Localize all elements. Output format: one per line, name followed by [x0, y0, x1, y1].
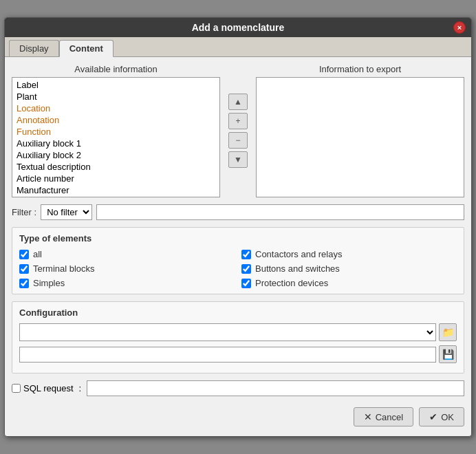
list-item[interactable]: Auxiliary block 1	[14, 138, 218, 149]
terminal-blocks-checkbox[interactable]	[19, 264, 29, 274]
cancel-label: Cancel	[376, 412, 403, 422]
list-item[interactable]: Article number	[14, 173, 218, 184]
all-label: all	[33, 249, 42, 259]
save-icon: 💾	[442, 349, 454, 360]
config-row-1: 📁	[19, 323, 457, 341]
folder-icon: 📁	[442, 327, 454, 338]
ok-icon: ✔	[429, 411, 437, 422]
filter-select[interactable]: No filter Filter 1 Filter 2	[41, 204, 92, 220]
list-item[interactable]: Auxiliary block 2	[14, 149, 218, 161]
buttons-checkbox[interactable]	[241, 264, 251, 274]
protection-checkbox[interactable]	[241, 279, 251, 288]
up-arrow-icon: ▲	[234, 97, 242, 107]
available-info-list[interactable]: Label Plant Location Annotation Function…	[12, 77, 220, 197]
cancel-button[interactable]: ✕ Cancel	[354, 407, 413, 426]
down-arrow-icon: ▼	[234, 155, 242, 164]
move-up-button[interactable]: ▲	[228, 94, 248, 110]
config-dropdown[interactable]	[19, 323, 436, 341]
save-button[interactable]: 💾	[439, 345, 457, 363]
configuration-section: Configuration 📁 💾	[12, 301, 464, 374]
title-bar: Add a nomenclature ×	[5, 18, 471, 37]
cancel-icon: ✕	[364, 411, 372, 422]
checkbox-contactors: Contactors and relays	[241, 249, 457, 259]
dialog-window: Add a nomenclature × Display Content Ava…	[4, 17, 472, 437]
add-button[interactable]: +	[228, 113, 248, 129]
bottom-buttons: ✕ Cancel ✔ OK	[12, 404, 464, 429]
checkbox-simples: Simples	[19, 278, 235, 288]
info-columns: Available information Label Plant Locati…	[12, 64, 464, 197]
list-item[interactable]: Location	[14, 102, 218, 114]
content-area: Available information Label Plant Locati…	[5, 57, 471, 436]
checkbox-all: all	[19, 249, 235, 259]
simples-checkbox[interactable]	[19, 279, 29, 288]
checkbox-protection: Protection devices	[241, 278, 457, 288]
simples-label: Simples	[33, 278, 65, 288]
available-info-label: Available information	[12, 64, 220, 74]
export-info-label: Information to export	[256, 64, 464, 74]
move-down-button[interactable]: ▼	[228, 151, 248, 168]
tab-bar: Display Content	[5, 37, 471, 57]
list-item[interactable]: Function	[14, 126, 218, 138]
checkboxes-grid: all Contactors and relays Terminal block…	[19, 249, 457, 288]
sql-input[interactable]	[87, 380, 464, 396]
config-row-2: 💾	[19, 345, 457, 363]
list-item[interactable]: Plant	[14, 91, 218, 102]
available-info-col: Available information Label Plant Locati…	[12, 64, 220, 197]
type-of-elements-section: Type of elements all Contactors and rela…	[12, 227, 464, 294]
contactors-checkbox[interactable]	[241, 250, 251, 259]
add-icon: +	[235, 116, 240, 126]
arrow-buttons-panel: ▲ + − ▼	[226, 64, 250, 197]
list-item[interactable]: Label	[14, 79, 218, 91]
export-info-list[interactable]	[256, 77, 464, 197]
filter-text-input[interactable]	[96, 204, 464, 220]
remove-icon: −	[235, 136, 240, 145]
list-item[interactable]: Manufacturer	[14, 184, 218, 196]
filter-label: Filter :	[12, 207, 36, 217]
sql-row: SQL request :	[12, 380, 464, 396]
sql-checkbox-label: SQL request	[12, 383, 74, 393]
configuration-title: Configuration	[19, 307, 457, 318]
close-button[interactable]: ×	[453, 21, 466, 34]
checkbox-buttons: Buttons and switches	[241, 263, 457, 274]
all-checkbox[interactable]	[19, 250, 29, 259]
terminal-blocks-label: Terminal blocks	[33, 263, 95, 274]
filter-row: Filter : No filter Filter 1 Filter 2	[12, 204, 464, 220]
config-input[interactable]	[19, 347, 436, 363]
remove-button[interactable]: −	[228, 132, 248, 149]
folder-button[interactable]: 📁	[439, 323, 457, 341]
buttons-label: Buttons and switches	[255, 263, 340, 274]
list-item[interactable]: Textual description	[14, 161, 218, 173]
tab-display[interactable]: Display	[9, 40, 59, 56]
ok-button[interactable]: ✔ OK	[419, 407, 464, 426]
tab-content[interactable]: Content	[59, 40, 113, 57]
checkbox-terminal-blocks: Terminal blocks	[19, 263, 235, 274]
list-item[interactable]: Annotation	[14, 114, 218, 126]
protection-label: Protection devices	[255, 278, 328, 288]
type-of-elements-title: Type of elements	[19, 233, 457, 244]
close-icon: ×	[457, 23, 462, 32]
sql-label: SQL request	[23, 383, 74, 393]
list-item[interactable]: Order number	[14, 196, 218, 197]
export-info-col: Information to export	[256, 64, 464, 197]
sql-checkbox[interactable]	[12, 384, 21, 393]
contactors-label: Contactors and relays	[255, 249, 342, 259]
dialog-title: Add a nomenclature	[192, 22, 285, 33]
sql-colon: :	[79, 383, 82, 393]
ok-label: OK	[441, 412, 454, 422]
